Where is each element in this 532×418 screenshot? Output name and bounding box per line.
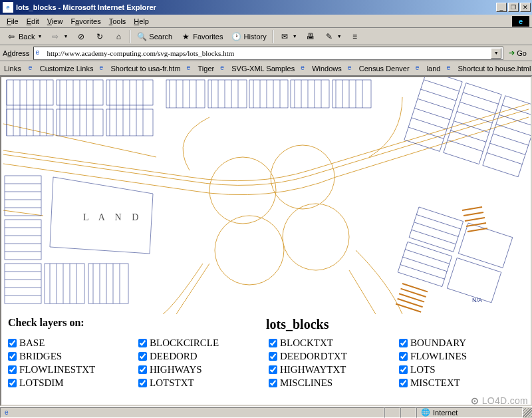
title-bar: e lots_blocks - Microsoft Internet Explo… [0, 0, 532, 15]
page-heading: lots_blocks [266, 317, 524, 332]
layer-checkbox[interactable] [138, 352, 147, 361]
link-label: land [427, 65, 441, 73]
svg-rect-83 [45, 264, 84, 304]
edit-icon: ✎ [324, 31, 334, 42]
address-box: e ▼ [33, 47, 503, 60]
print-button[interactable]: 🖶 [302, 29, 319, 44]
layer-checkbox[interactable] [138, 365, 147, 374]
menu-view[interactable]: View [43, 16, 67, 27]
layer-lotsdim[interactable]: LOTSDIM [8, 377, 133, 389]
layer-misctext[interactable]: MISCTEXT [399, 377, 524, 389]
layer-checkbox[interactable] [8, 339, 17, 347]
svg-rect-29 [166, 80, 205, 108]
links-bar: Links eCustomize Links eShortcut to usa-… [0, 61, 532, 76]
svg-line-112 [414, 222, 459, 237]
link-land[interactable]: eland [413, 63, 444, 75]
throbber-icon [512, 16, 529, 27]
menu-edit[interactable]: Edit [23, 16, 43, 27]
svg-rect-61 [483, 96, 531, 177]
layer-bridges[interactable]: BRIDGES [8, 351, 133, 362]
svg-line-115 [403, 257, 448, 272]
stop-button[interactable]: ⊘ [72, 29, 90, 44]
url-input[interactable] [47, 49, 491, 57]
svg-line-123 [464, 212, 483, 216]
history-button[interactable]: 🕑History [227, 29, 269, 44]
svg-line-111 [416, 214, 461, 229]
menu-tools[interactable]: Tools [105, 16, 130, 27]
content-area: N/A L A N D Check layers on: lots_blocks… [0, 76, 532, 406]
menu-file[interactable]: File [3, 16, 23, 27]
svg-line-122 [462, 207, 482, 210]
menu-favorites[interactable]: Favorites [66, 16, 104, 27]
layer-flowlines[interactable]: FLOWLINES [399, 351, 524, 362]
layer-checkbox[interactable] [8, 379, 17, 387]
edit-button[interactable]: ✎▼ [321, 29, 345, 44]
mail-icon: ✉ [279, 31, 290, 42]
layer-checkbox[interactable] [399, 365, 408, 374]
layer-checkbox[interactable] [269, 352, 277, 361]
link-customize[interactable]: eCustomize Links [26, 63, 96, 75]
layer-highways[interactable]: HIGHWAYS [138, 364, 263, 375]
window-title: lots_blocks - Microsoft Internet Explore… [16, 3, 496, 11]
status-empty1 [384, 407, 400, 418]
minimize-button[interactable]: _ [496, 3, 507, 12]
search-button[interactable]: 🔍Search [133, 29, 176, 44]
page-icon: e [416, 64, 425, 73]
link-svg-xml[interactable]: eSVG-XML Samples [217, 63, 297, 75]
page-icon: e [220, 64, 229, 73]
back-button[interactable]: ⇦Back▼ [3, 29, 45, 44]
svg-line-67 [408, 127, 444, 138]
link-census[interactable]: eCensus Denver [345, 63, 412, 75]
layer-checkbox[interactable] [138, 339, 147, 347]
link-windows[interactable]: eWindows [298, 63, 344, 75]
svg-map[interactable]: N/A L A N D [1, 77, 531, 314]
svg-point-3 [283, 204, 349, 270]
layer-misclines[interactable]: MISCLINES [269, 377, 394, 389]
forward-button[interactable]: ⇨▼ [47, 29, 71, 44]
layer-checkbox[interactable] [399, 352, 408, 361]
address-dropdown-button[interactable]: ▼ [491, 48, 501, 59]
separator [273, 30, 273, 43]
maximize-button[interactable]: ❐ [508, 3, 519, 12]
layer-base[interactable]: BASE [8, 337, 133, 349]
layer-checkbox[interactable] [269, 365, 277, 374]
layer-checkbox[interactable] [8, 365, 17, 374]
layer-label: MISCLINES [280, 377, 332, 389]
resize-grip[interactable] [523, 408, 532, 417]
svg-line-76 [496, 124, 531, 136]
layer-boundary[interactable]: BOUNDARY [399, 337, 524, 349]
layer-checkbox[interactable] [8, 352, 17, 361]
go-button[interactable]: ➔Go [506, 49, 529, 57]
menu-help[interactable]: Help [130, 16, 153, 27]
svg-line-62 [424, 80, 459, 91]
layer-checkbox[interactable] [138, 379, 147, 387]
zone-label: Internet [433, 409, 458, 417]
link-label: Customize Links [40, 65, 94, 73]
layer-blocktxt[interactable]: BLOCKTXT [269, 337, 394, 349]
svg-rect-82 [5, 264, 41, 304]
link-tiger[interactable]: eTiger [184, 63, 217, 75]
favorites-button[interactable]: ★Favorites [177, 29, 226, 44]
layer-blockcircle[interactable]: BLOCKCIRCLE [138, 337, 263, 349]
link-usa-fr[interactable]: eShortcut to usa-fr.htm [96, 63, 183, 75]
layer-flowlinestxt[interactable]: FLOWLINESTXT [8, 364, 133, 375]
layer-checkbox[interactable] [269, 339, 277, 347]
layer-checkbox[interactable] [269, 379, 277, 387]
refresh-button[interactable]: ↻ [91, 29, 108, 44]
discuss-button[interactable]: ≡ [346, 29, 364, 44]
page-icon: e [35, 49, 45, 58]
home-button[interactable]: ⌂ [110, 29, 127, 44]
close-button[interactable]: ✕ [520, 3, 531, 12]
layer-lots[interactable]: LOTS [399, 364, 524, 375]
layer-lotstxt[interactable]: LOTSTXT [138, 377, 263, 389]
layer-checkbox[interactable] [399, 339, 408, 347]
svg-line-74 [502, 105, 531, 116]
link-house[interactable]: eShortcut to house.html [444, 63, 532, 75]
svg-rect-7 [7, 109, 53, 136]
layer-deedordtxt[interactable]: DEEDORDTXT [269, 351, 394, 362]
layer-deedord[interactable]: DEEDORD [138, 351, 263, 362]
layer-checkbox[interactable] [399, 379, 408, 387]
mail-button[interactable]: ✉▼ [276, 29, 301, 44]
layer-highwaytxt[interactable]: HIGHWAYTXT [269, 364, 394, 375]
search-icon: 🔍 [136, 31, 147, 42]
